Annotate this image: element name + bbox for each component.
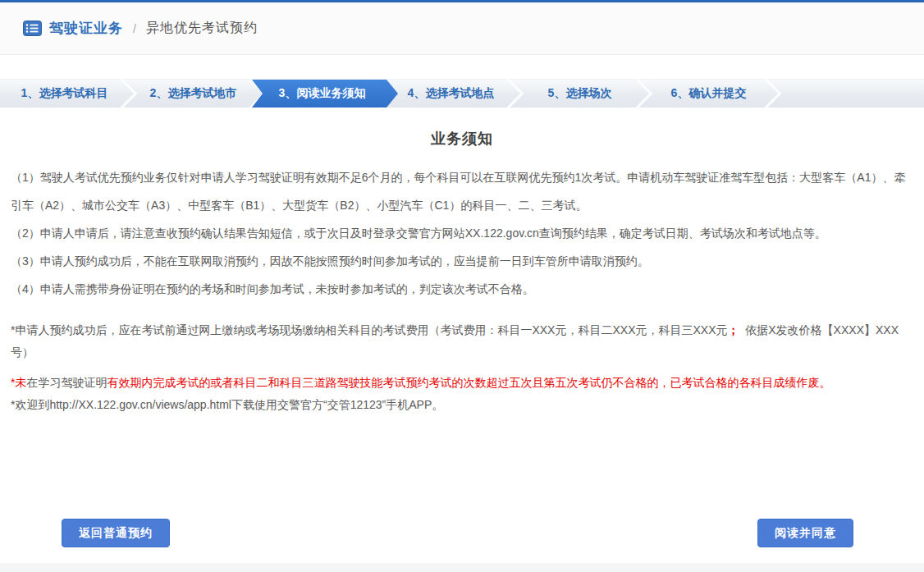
read-and-agree-button[interactable]: 阅读并同意 (757, 519, 853, 547)
fee-note: *申请人预约成功后，应在考试前通过网上缴纳或考场现场缴纳相关科目的考试费用（考试… (11, 319, 913, 364)
fee-note-red-semicolon: ； (728, 323, 739, 336)
notice-star-notes: *申请人预约成功后，应在考试前通过网上缴纳或考场现场缴纳相关科目的考试费用（考试… (11, 319, 913, 416)
step-1-select-exam-subject[interactable]: 1、选择考试科目 (0, 80, 129, 108)
notice-paragraph-2: （2）申请人申请后，请注意查收预约确认结果告知短信，或于次日及时登录交警官方网站… (11, 219, 913, 247)
back-to-normal-booking-button[interactable]: 返回普通预约 (62, 519, 170, 547)
step-label: 5、选择场次 (548, 86, 612, 101)
app-download-note: *欢迎到http://XX.122.gov.cn/views/app.html下… (11, 394, 913, 416)
notice-numbered-paragraphs: （1）驾驶人考试优先预约业务仅针对申请人学习驾驶证明有效期不足6个月的，每个科目… (11, 163, 913, 303)
notice-paragraph-3: （3）申请人预约成功后，不能在互联网取消预约，因故不能按照预约时间参加考试的，应… (11, 247, 913, 275)
bottom-strip (0, 563, 924, 572)
warning-gray-text: 在学习驾驶证明 (26, 376, 107, 389)
notice-paragraph-4: （4）申请人需携带身份证明在预约的考场和时间参加考试，未按时参加考试的，判定该次… (11, 275, 913, 303)
step-label: 6、确认并提交 (671, 86, 747, 101)
step-6-confirm-and-submit: 6、确认并提交 (644, 80, 773, 108)
breadcrumb-category[interactable]: 驾驶证业务 (49, 19, 123, 38)
notice-content: 业务须知 （1）驾驶人考试优先预约业务仅针对申请人学习驾驶证明有效期不足6个月的… (0, 129, 924, 416)
warning-red-text: 有效期内完成考试的或者科目二和科目三道路驾驶技能考试预约考试的次数超过五次且第五… (107, 376, 830, 389)
step-nav: 1、选择考试科目 2、选择考试地市 3、阅读业务须知 4、选择考试地点 5、选择… (0, 79, 924, 108)
menu-list-icon (23, 21, 42, 36)
notice-title: 业务须知 (11, 129, 913, 149)
step-5-select-session: 5、选择场次 (515, 80, 644, 108)
step-4-select-exam-site: 4、选择考试地点 (387, 80, 515, 108)
breadcrumb-current-page: 异地优先考试预约 (146, 20, 258, 37)
notice-paragraph-1: （1）驾驶人考试优先预约业务仅针对申请人学习驾驶证明有效期不足6个月的，每个科目… (11, 163, 913, 219)
fee-note-text: *申请人预约成功后，应在考试前通过网上缴纳或考场现场缴纳相关科目的考试费用（考试… (11, 323, 728, 336)
breadcrumb-separator: / (133, 22, 136, 35)
step-2-select-exam-city[interactable]: 2、选择考试地市 (129, 80, 258, 108)
step-label: 1、选择考试科目 (21, 86, 108, 101)
step-label: 4、选择考试地点 (408, 86, 495, 101)
step-label: 3、阅读业务须知 (279, 86, 366, 101)
page-header: 驾驶证业务 / 异地优先考试预约 (0, 2, 924, 55)
invalidation-warning-note: *未在学习驾驶证明有效期内完成考试的或者科目二和科目三道路驾驶技能考试预约考试的… (11, 372, 913, 394)
warning-red-prefix: *未 (11, 376, 26, 389)
breadcrumb: 驾驶证业务 / 异地优先考试预约 (23, 19, 258, 38)
footer-actions: 返回普通预约 阅读并同意 (62, 519, 853, 547)
step-3-read-business-notice: 3、阅读业务须知 (258, 80, 387, 108)
step-label: 2、选择考试地市 (150, 86, 237, 101)
